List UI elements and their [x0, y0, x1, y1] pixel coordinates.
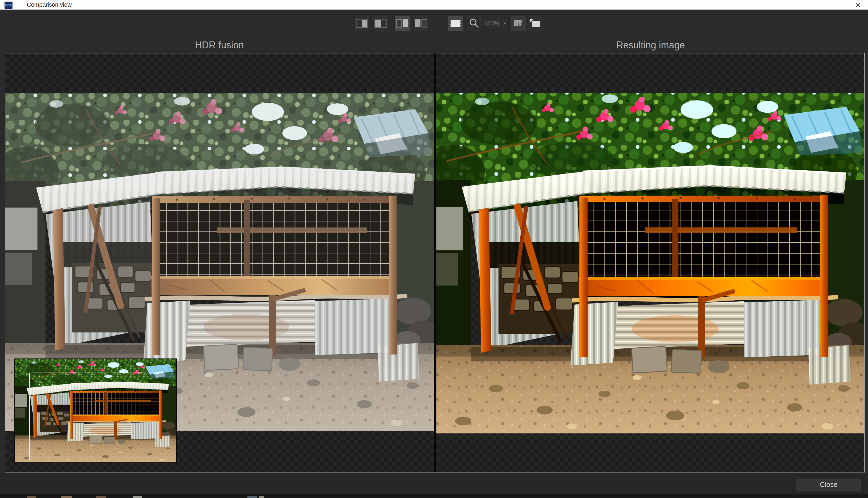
navigator-thumbnail[interactable]	[14, 358, 177, 463]
two-rects-right-filled-icon	[396, 19, 409, 28]
comparison-view-window: HDR Comparison view ✕	[0, 0, 868, 498]
resulting-image[interactable]	[436, 93, 864, 433]
background-window-sliver	[259, 496, 264, 498]
close-button[interactable]: Close	[797, 479, 861, 490]
view-blend-right-button[interactable]	[355, 16, 369, 31]
toolbar: 400% ▼	[355, 15, 543, 31]
image-magnifier-icon	[513, 19, 524, 28]
view-blend-left-button[interactable]	[373, 16, 388, 31]
zoom-level-select[interactable]: 400% ▼	[484, 18, 509, 29]
right-pane-label: Resulting image	[436, 39, 865, 51]
background-window-sliver	[62, 496, 72, 498]
background-window-sliver	[96, 496, 106, 498]
background-window-sliver	[27, 496, 36, 498]
view-side-by-side-right-button[interactable]	[395, 16, 410, 31]
zoom-level-value: 400%	[484, 20, 501, 27]
split-rect-right-filled-icon	[356, 19, 368, 28]
left-image-pane[interactable]	[5, 53, 434, 472]
arrow-into-rect-icon	[529, 18, 541, 28]
right-image-pane[interactable]	[436, 53, 864, 472]
app-icon: HDR	[4, 2, 13, 9]
chevron-down-icon[interactable]: ▼	[501, 22, 509, 26]
window-title: Comparison view	[27, 1, 72, 8]
bottom-strip	[0, 494, 868, 498]
background-window-sliver	[247, 496, 257, 498]
fit-to-view-button[interactable]	[528, 16, 543, 31]
comparison-viewport	[5, 53, 865, 472]
window-close-icon[interactable]: ✕	[852, 1, 864, 9]
footer-bar: Close	[0, 473, 868, 494]
marquee-rect-icon	[450, 19, 461, 28]
zoom-tool-button[interactable]	[467, 16, 482, 31]
background-window-sliver	[133, 496, 142, 498]
two-rects-left-filled-icon	[415, 19, 428, 28]
view-side-by-side-left-button[interactable]	[413, 16, 429, 31]
pane-divider	[434, 53, 436, 472]
split-rect-left-filled-icon	[374, 19, 387, 28]
magnifier-icon	[469, 18, 479, 29]
navigator-toggle-button[interactable]	[448, 16, 463, 31]
left-pane-label: HDR fusion	[5, 39, 434, 51]
actual-size-button[interactable]	[511, 16, 526, 31]
navigator-view-rect[interactable]	[29, 372, 164, 460]
title-bar: HDR Comparison view ✕	[0, 0, 868, 10]
